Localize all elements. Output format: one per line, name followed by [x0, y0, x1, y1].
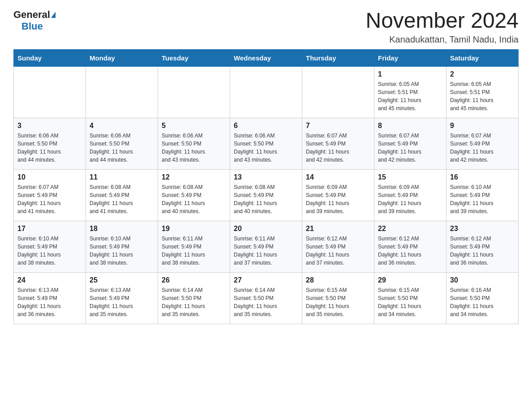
day-info: Sunrise: 6:11 AM Sunset: 5:49 PM Dayligh…: [234, 235, 298, 267]
day-info: Sunrise: 6:06 AM Sunset: 5:50 PM Dayligh…: [90, 132, 154, 164]
day-number: 17: [17, 225, 82, 233]
calendar-cell: 7Sunrise: 6:07 AM Sunset: 5:49 PM Daylig…: [302, 118, 374, 169]
calendar-cell: [14, 66, 86, 118]
day-info: Sunrise: 6:15 AM Sunset: 5:50 PM Dayligh…: [378, 286, 442, 318]
day-info: Sunrise: 6:07 AM Sunset: 5:49 PM Dayligh…: [450, 132, 515, 164]
day-number: 9: [450, 122, 515, 130]
day-number: 15: [378, 173, 442, 181]
calendar-cell: 24Sunrise: 6:13 AM Sunset: 5:49 PM Dayli…: [14, 272, 86, 324]
calendar-cell: 17Sunrise: 6:10 AM Sunset: 5:49 PM Dayli…: [14, 221, 86, 272]
calendar-cell: 16Sunrise: 6:10 AM Sunset: 5:49 PM Dayli…: [446, 169, 519, 221]
day-number: 26: [162, 276, 226, 284]
day-number: 11: [90, 173, 154, 181]
day-number: 1: [378, 70, 442, 78]
day-info: Sunrise: 6:12 AM Sunset: 5:49 PM Dayligh…: [306, 235, 370, 267]
calendar-cell: [158, 66, 230, 118]
calendar-cell: 20Sunrise: 6:11 AM Sunset: 5:49 PM Dayli…: [230, 221, 302, 272]
day-number: 28: [306, 276, 370, 284]
day-info: Sunrise: 6:07 AM Sunset: 5:49 PM Dayligh…: [17, 183, 82, 215]
day-info: Sunrise: 6:10 AM Sunset: 5:49 PM Dayligh…: [450, 183, 515, 215]
day-number: 7: [306, 122, 370, 130]
calendar-week-row: 17Sunrise: 6:10 AM Sunset: 5:49 PM Dayli…: [14, 221, 519, 272]
weekday-header-row: SundayMondayTuesdayWednesdayThursdayFrid…: [14, 49, 519, 66]
calendar-cell: 26Sunrise: 6:14 AM Sunset: 5:50 PM Dayli…: [158, 272, 230, 324]
calendar-cell: 27Sunrise: 6:14 AM Sunset: 5:50 PM Dayli…: [230, 272, 302, 324]
calendar-cell: 28Sunrise: 6:15 AM Sunset: 5:50 PM Dayli…: [302, 272, 374, 324]
day-info: Sunrise: 6:14 AM Sunset: 5:50 PM Dayligh…: [234, 286, 298, 318]
weekday-header-wednesday: Wednesday: [230, 49, 302, 66]
day-number: 6: [234, 122, 298, 130]
calendar-cell: 13Sunrise: 6:08 AM Sunset: 5:49 PM Dayli…: [230, 169, 302, 221]
day-info: Sunrise: 6:13 AM Sunset: 5:49 PM Dayligh…: [17, 286, 82, 318]
calendar-cell: 2Sunrise: 6:05 AM Sunset: 5:51 PM Daylig…: [446, 66, 519, 118]
calendar-week-row: 3Sunrise: 6:06 AM Sunset: 5:50 PM Daylig…: [14, 118, 519, 169]
calendar-week-row: 24Sunrise: 6:13 AM Sunset: 5:49 PM Dayli…: [14, 272, 519, 324]
day-number: 2: [450, 70, 515, 78]
weekday-header-thursday: Thursday: [302, 49, 374, 66]
calendar-cell: 21Sunrise: 6:12 AM Sunset: 5:49 PM Dayli…: [302, 221, 374, 272]
day-info: Sunrise: 6:09 AM Sunset: 5:49 PM Dayligh…: [378, 183, 442, 215]
calendar-cell: 11Sunrise: 6:08 AM Sunset: 5:49 PM Dayli…: [86, 169, 158, 221]
day-info: Sunrise: 6:08 AM Sunset: 5:49 PM Dayligh…: [234, 183, 298, 215]
day-number: 19: [162, 225, 226, 233]
day-number: 27: [234, 276, 298, 284]
calendar-cell: 8Sunrise: 6:07 AM Sunset: 5:49 PM Daylig…: [374, 118, 446, 169]
calendar-cell: [230, 66, 302, 118]
calendar-cell: 19Sunrise: 6:11 AM Sunset: 5:49 PM Dayli…: [158, 221, 230, 272]
day-info: Sunrise: 6:13 AM Sunset: 5:49 PM Dayligh…: [90, 286, 154, 318]
calendar-week-row: 10Sunrise: 6:07 AM Sunset: 5:49 PM Dayli…: [14, 169, 519, 221]
day-number: 24: [17, 276, 82, 284]
calendar-cell: 10Sunrise: 6:07 AM Sunset: 5:49 PM Dayli…: [14, 169, 86, 221]
day-number: 21: [306, 225, 370, 233]
day-info: Sunrise: 6:07 AM Sunset: 5:49 PM Dayligh…: [306, 132, 370, 164]
day-info: Sunrise: 6:11 AM Sunset: 5:49 PM Dayligh…: [162, 235, 226, 267]
calendar-cell: 12Sunrise: 6:08 AM Sunset: 5:49 PM Dayli…: [158, 169, 230, 221]
day-info: Sunrise: 6:05 AM Sunset: 5:51 PM Dayligh…: [450, 80, 515, 112]
title-section: November 2024 Kanadukattan, Tamil Nadu, …: [365, 9, 519, 45]
calendar-cell: 30Sunrise: 6:16 AM Sunset: 5:50 PM Dayli…: [446, 272, 519, 324]
location-label: Kanadukattan, Tamil Nadu, India: [365, 34, 519, 45]
day-number: 4: [90, 122, 154, 130]
logo-general-text: General: [13, 9, 50, 21]
weekday-header-friday: Friday: [374, 49, 446, 66]
calendar-cell: [302, 66, 374, 118]
day-info: Sunrise: 6:15 AM Sunset: 5:50 PM Dayligh…: [306, 286, 370, 318]
day-number: 14: [306, 173, 370, 181]
calendar-cell: 6Sunrise: 6:06 AM Sunset: 5:50 PM Daylig…: [230, 118, 302, 169]
day-number: 10: [17, 173, 82, 181]
day-info: Sunrise: 6:12 AM Sunset: 5:49 PM Dayligh…: [450, 235, 515, 267]
weekday-header-tuesday: Tuesday: [158, 49, 230, 66]
calendar-cell: 4Sunrise: 6:06 AM Sunset: 5:50 PM Daylig…: [86, 118, 158, 169]
day-info: Sunrise: 6:07 AM Sunset: 5:49 PM Dayligh…: [378, 132, 442, 164]
day-number: 23: [450, 225, 515, 233]
month-title: November 2024: [365, 9, 519, 33]
day-number: 25: [90, 276, 154, 284]
calendar-cell: 29Sunrise: 6:15 AM Sunset: 5:50 PM Dayli…: [374, 272, 446, 324]
day-info: Sunrise: 6:16 AM Sunset: 5:50 PM Dayligh…: [450, 286, 515, 318]
calendar-week-row: 1Sunrise: 6:05 AM Sunset: 5:51 PM Daylig…: [14, 66, 519, 118]
calendar-table: SundayMondayTuesdayWednesdayThursdayFrid…: [13, 49, 519, 324]
day-info: Sunrise: 6:06 AM Sunset: 5:50 PM Dayligh…: [162, 132, 226, 164]
calendar-cell: 9Sunrise: 6:07 AM Sunset: 5:49 PM Daylig…: [446, 118, 519, 169]
day-info: Sunrise: 6:05 AM Sunset: 5:51 PM Dayligh…: [378, 80, 442, 112]
day-info: Sunrise: 6:08 AM Sunset: 5:49 PM Dayligh…: [90, 183, 154, 215]
day-number: 8: [378, 122, 442, 130]
day-number: 12: [162, 173, 226, 181]
logo-triangle-icon: [51, 12, 56, 18]
day-info: Sunrise: 6:06 AM Sunset: 5:50 PM Dayligh…: [234, 132, 298, 164]
day-number: 13: [234, 173, 298, 181]
weekday-header-saturday: Saturday: [446, 49, 519, 66]
day-info: Sunrise: 6:08 AM Sunset: 5:49 PM Dayligh…: [162, 183, 226, 215]
calendar-cell: 23Sunrise: 6:12 AM Sunset: 5:49 PM Dayli…: [446, 221, 519, 272]
day-number: 22: [378, 225, 442, 233]
day-number: 3: [17, 122, 82, 130]
logo-blue-text: Blue: [21, 21, 43, 32]
calendar-cell: 22Sunrise: 6:12 AM Sunset: 5:49 PM Dayli…: [374, 221, 446, 272]
day-number: 5: [162, 122, 226, 130]
calendar-cell: 3Sunrise: 6:06 AM Sunset: 5:50 PM Daylig…: [14, 118, 86, 169]
page-header: General Blue November 2024 Kanadukattan,…: [13, 9, 519, 45]
day-info: Sunrise: 6:09 AM Sunset: 5:49 PM Dayligh…: [306, 183, 370, 215]
day-info: Sunrise: 6:10 AM Sunset: 5:49 PM Dayligh…: [17, 235, 82, 267]
logo: General Blue: [13, 9, 56, 32]
day-number: 20: [234, 225, 298, 233]
